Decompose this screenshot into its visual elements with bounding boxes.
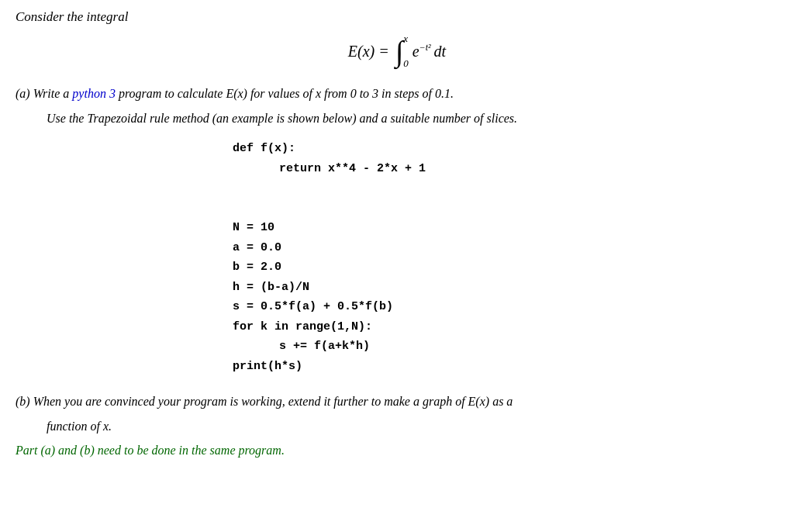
code-line-7: b = 2.0 bbox=[233, 257, 558, 278]
exponent: −t² bbox=[419, 42, 431, 53]
integral-sign: ∫ bbox=[395, 36, 403, 66]
code-block: def f(x): return x**4 - 2*x + 1 N = 10 a… bbox=[233, 139, 558, 376]
code-line-5: N = 10 bbox=[233, 218, 558, 238]
part-b-content: When you are convinced your program is w… bbox=[33, 395, 513, 408]
code-line-10: for k in range(1,N): bbox=[233, 317, 558, 337]
integral-lower-limit: 0 bbox=[403, 57, 409, 70]
code-line-1: def f(x): bbox=[233, 139, 558, 159]
trapezoidal-note: Use the Trapezoidal rule method (an exam… bbox=[47, 109, 778, 129]
part-b-text: (b) When you are convinced your program … bbox=[16, 392, 778, 412]
part-a-label: (a) bbox=[16, 87, 30, 100]
integrand: e−t² dt bbox=[413, 42, 446, 60]
code-line-4 bbox=[233, 199, 558, 219]
integral-lhs: E(x) = bbox=[348, 43, 389, 60]
part-b-line2: function of x. bbox=[47, 416, 778, 437]
part-a-program: program to calculate E(x) for values of … bbox=[119, 87, 454, 100]
code-line-8: h = (b-a)/N bbox=[233, 278, 558, 298]
integral-display: E(x) = ∫ x 0 e−t² dt bbox=[16, 33, 778, 70]
code-line-6: a = 0.0 bbox=[233, 238, 558, 258]
code-line-12: print(h*s) bbox=[233, 357, 558, 377]
part-b-label: (b) bbox=[16, 395, 30, 408]
part-a-text: (a) Write a python 3 program to calculat… bbox=[16, 84, 778, 104]
python-highlight: python 3 bbox=[72, 87, 116, 100]
note-green: Part (a) and (b) need to be done in the … bbox=[16, 444, 778, 458]
code-line-3 bbox=[233, 178, 558, 199]
code-line-2: return x**4 - 2*x + 1 bbox=[279, 159, 558, 179]
integral-upper-limit: x bbox=[403, 33, 408, 45]
integral-limits: x 0 bbox=[403, 33, 409, 70]
code-line-9: s = 0.5*f(a) + 0.5*f(b) bbox=[233, 297, 558, 317]
part-a-write: Write a bbox=[33, 87, 73, 100]
intro-text: Consider the integral bbox=[16, 9, 778, 25]
code-line-11: s += f(a+k*h) bbox=[279, 337, 558, 357]
